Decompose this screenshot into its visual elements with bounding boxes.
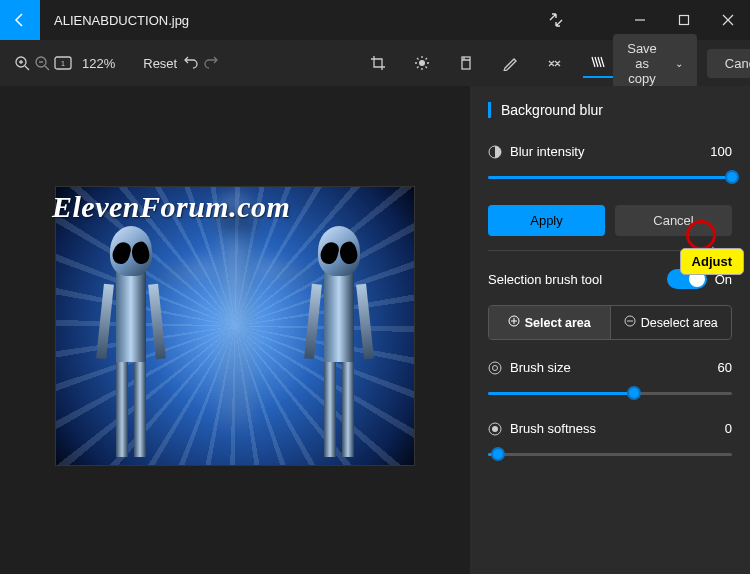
markup-icon[interactable] [495,48,525,78]
watermark-text: ElevenForum.com [52,190,290,224]
accent-bar [488,102,491,118]
canvas-image[interactable] [55,186,415,466]
crop-icon[interactable] [363,48,393,78]
brush-size-label: Brush size [510,360,571,375]
side-panel: Background blur Blur intensity 100 Apply… [470,86,750,574]
deselect-area-label: Deselect area [641,316,718,330]
toolbar-cancel-button[interactable]: Cancel [707,49,750,78]
undo-icon[interactable] [183,48,199,78]
brush-softness-label: Brush softness [510,421,596,436]
adjust-icon[interactable] [407,48,437,78]
brush-size-value: 60 [718,360,732,375]
target-icon [488,361,502,375]
svg-point-13 [492,426,498,432]
close-button[interactable] [706,0,750,40]
save-as-copy-button[interactable]: Save as copy ⌄ [613,34,697,93]
svg-point-10 [489,362,501,374]
panel-title: Background blur [501,102,603,118]
annotation-label: Adjust [680,248,744,275]
erase-icon[interactable] [539,48,569,78]
fullscreen-icon[interactable] [534,0,578,40]
blur-intensity-slider[interactable] [488,167,732,187]
svg-rect-0 [680,16,689,25]
svg-rect-6 [462,57,470,69]
redo-icon[interactable] [203,48,219,78]
brush-size-slider[interactable] [488,383,732,403]
brush-softness-slider[interactable] [488,444,732,464]
save-as-copy-label: Save as copy [627,41,657,86]
svg-point-11 [493,365,498,370]
select-area-button[interactable]: Select area [489,306,610,339]
brush-tool-label: Selection brush tool [488,272,602,287]
filter-icon[interactable] [451,48,481,78]
brush-softness-value: 0 [725,421,732,436]
zoom-in-icon[interactable] [14,48,30,78]
select-area-label: Select area [525,316,591,330]
minus-circle-icon [624,315,636,330]
blur-intensity-value: 100 [710,144,732,159]
back-button[interactable] [0,0,40,40]
fit-icon[interactable]: 1 [54,48,72,78]
svg-text:1: 1 [61,60,65,67]
deselect-area-button[interactable]: Deselect area [610,306,732,339]
chevron-down-icon: ⌄ [675,58,683,69]
plus-circle-icon [508,315,520,330]
reset-button[interactable]: Reset [143,56,177,71]
contrast-icon [488,145,502,159]
zoom-out-icon[interactable] [34,48,50,78]
annotation-callout: Adjust [676,240,740,267]
background-blur-icon[interactable] [583,48,613,78]
blur-intensity-label: Blur intensity [510,144,584,159]
filename: ALIENABDUCTION.jpg [54,13,534,28]
apply-button[interactable]: Apply [488,205,605,236]
svg-point-5 [419,60,425,66]
softness-icon [488,422,502,436]
zoom-value[interactable]: 122% [82,56,115,71]
